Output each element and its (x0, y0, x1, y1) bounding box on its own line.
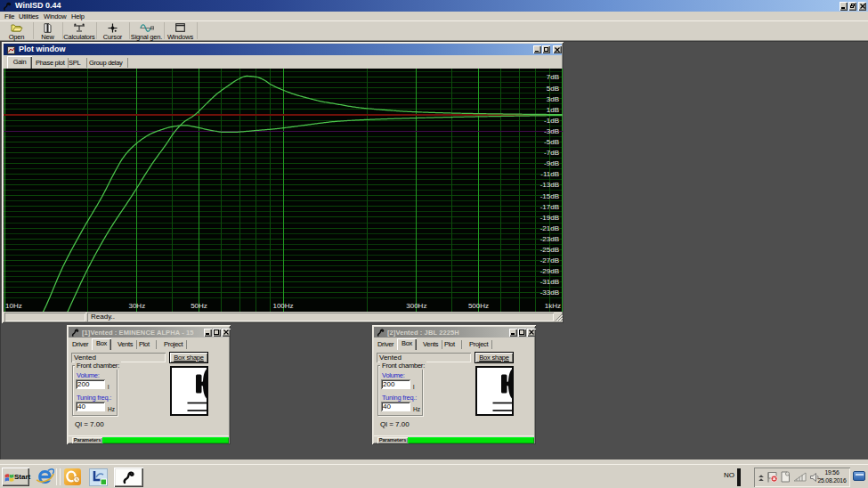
document-tray-icon[interactable] (780, 471, 791, 483)
driver2-maximize-button[interactable] (518, 329, 526, 337)
toolbar-signal-gen-button[interactable]: Signal gen. (129, 22, 164, 40)
x-axis-label: 50Hz (191, 302, 207, 310)
driver2-group-label: Front chamber: (380, 362, 426, 370)
driver1-tab-vents[interactable]: Vents (118, 340, 137, 349)
calculators-icon (73, 23, 85, 32)
gain-plot[interactable]: 7dB5dB3dB1dB-1dB-3dB-5dB-7dB-9dB-11dB-13… (4, 69, 563, 312)
y-axis-label: -11dB (540, 170, 559, 178)
driver1-box-shape-button[interactable]: Box shape (169, 352, 208, 363)
driver2-parameters-tab[interactable]: Parameters (377, 437, 408, 443)
driver1-progress-bar (102, 437, 229, 443)
x-axis-label: 10Hz (5, 302, 22, 310)
plot-minimize-button[interactable] (533, 45, 541, 53)
main-window-title: WinISD 0.44 (15, 1, 61, 10)
y-axis-label: -19dB (540, 214, 559, 222)
driver1-tuning-input[interactable]: 40 (76, 402, 105, 411)
toolbar-new-button[interactable]: New (33, 22, 62, 40)
main-menubar: File Utilities Window Help (0, 12, 868, 20)
plot-window-titlebar[interactable]: Plot window (4, 44, 562, 55)
x-axis-label: 100Hz (272, 302, 293, 310)
driver1-window-title: [1]Vented : EMINENCE ALPHA - 15 (82, 329, 193, 337)
driver2-tab-project[interactable]: Project (469, 340, 492, 349)
quick-launch-ie-icon[interactable] (36, 468, 54, 486)
start-label: Start (14, 473, 30, 481)
driver1-parameters-tab[interactable]: Parameters (72, 437, 102, 443)
tab-group-delay[interactable]: Group delay (89, 58, 128, 68)
status-ready-text: Ready.. (87, 313, 554, 321)
resize-grip[interactable] (555, 313, 563, 321)
toolbar-windows-button[interactable]: Windows (164, 22, 197, 40)
plot-close-button[interactable] (553, 45, 562, 53)
plot-maximize-button[interactable] (542, 45, 550, 53)
toolbar-separator (197, 22, 198, 39)
driver2-tuning-unit: Hz (413, 406, 420, 412)
driver1-tab-bar: Driver Box Vents Plot Project (69, 338, 229, 350)
plot-window-icon (7, 46, 15, 54)
taskbar-separator (56, 468, 57, 485)
driver1-tab-plot[interactable]: Plot (139, 340, 157, 349)
menu-window[interactable]: Window (44, 12, 66, 20)
driver2-tuning-input[interactable]: 40 (381, 402, 410, 411)
toolbar-calculators-button[interactable]: Calculators (62, 22, 96, 40)
driver1-maximize-button[interactable] (213, 329, 221, 337)
minimize-icon (535, 51, 539, 53)
menu-file[interactable]: File (4, 12, 14, 20)
main-restore-button[interactable] (848, 2, 856, 11)
driver1-tab-project[interactable]: Project (164, 340, 187, 349)
y-axis-label: -27dB (540, 256, 559, 264)
driver1-tab-driver[interactable]: Driver (72, 340, 93, 349)
driver2-titlebar[interactable]: [2]Vented : JBL 2225H (374, 327, 534, 338)
outlook-icon (64, 468, 81, 485)
driver1-tuning-unit: Hz (108, 406, 115, 412)
driver1-tab-box[interactable]: Box (92, 338, 111, 350)
open-folder-icon (11, 23, 23, 32)
quick-launch-outlook-icon[interactable] (64, 468, 81, 485)
tab-phase-plot[interactable]: Phase plot (36, 58, 69, 68)
y-axis-label: 5dB (547, 85, 559, 93)
language-indicator[interactable]: NO (721, 471, 737, 479)
driver2-minimize-button[interactable] (509, 329, 517, 337)
y-axis-label: -25dB (540, 246, 559, 254)
driver2-tab-plot[interactable]: Plot (444, 340, 462, 349)
driver2-tab-vents[interactable]: Vents (423, 340, 442, 349)
signal-strength-icon[interactable] (793, 472, 807, 482)
security-alert-icon[interactable] (767, 471, 778, 483)
y-axis-label: -17dB (540, 203, 559, 211)
winisd-task-button[interactable] (114, 468, 143, 487)
driver1-titlebar[interactable]: [1]Vented : EMINENCE ALPHA - 15 (69, 327, 229, 338)
toolbar-open-button[interactable]: Open (1, 22, 32, 40)
new-document-icon (44, 23, 52, 33)
menu-help[interactable]: Help (71, 12, 85, 20)
driver2-box-shape-button[interactable]: Box shape (475, 352, 514, 363)
driver2-tab-driver[interactable]: Driver (377, 340, 398, 349)
driver1-close-button[interactable] (222, 329, 231, 337)
main-close-button[interactable] (858, 2, 866, 11)
driver2-tab-box[interactable]: Box (397, 338, 417, 350)
x-axis-label: 30Hz (128, 302, 145, 310)
x-axis-label: 500Hz (468, 302, 489, 310)
gain-plot-svg: 7dB5dB3dB1dB-1dB-3dB-5dB-7dB-9dB-11dB-13… (4, 69, 563, 312)
driver2-window-title: [2]Vented : JBL 2225H (387, 329, 459, 337)
tab-spl[interactable]: SPL (69, 58, 87, 68)
menu-utilities[interactable]: Utilities (19, 12, 38, 20)
driver1-group-label: Front chamber: (75, 362, 121, 370)
status-panel-left (4, 313, 85, 321)
show-desktop-icon[interactable] (853, 471, 865, 481)
driver2-volume-input[interactable]: 200 (381, 379, 410, 389)
tab-gain[interactable]: Gain (7, 56, 32, 69)
start-button[interactable]: Start (2, 468, 29, 486)
main-minimize-button[interactable] (840, 2, 848, 11)
driver1-minimize-button[interactable] (204, 329, 212, 337)
plot-window-title: Plot window (19, 45, 66, 53)
driver1-volume-input[interactable]: 200 (76, 379, 105, 389)
collapse-chevron-icon[interactable] (758, 474, 765, 482)
restore-icon-front (850, 5, 854, 9)
y-axis-label: -5dB (544, 138, 559, 146)
driver2-close-button[interactable] (527, 329, 536, 337)
y-axis-label: -3dB (544, 127, 559, 135)
toolbar-cursor-button[interactable]: Cursor (96, 22, 129, 40)
tray-clock[interactable]: 19:56 25.08.2016 (815, 469, 848, 484)
taskbar-separator2 (60, 468, 61, 485)
plot-tab-bar: Gain Phase plot SPL Group delay (4, 56, 562, 69)
quick-launch-log-icon[interactable] (89, 468, 108, 486)
